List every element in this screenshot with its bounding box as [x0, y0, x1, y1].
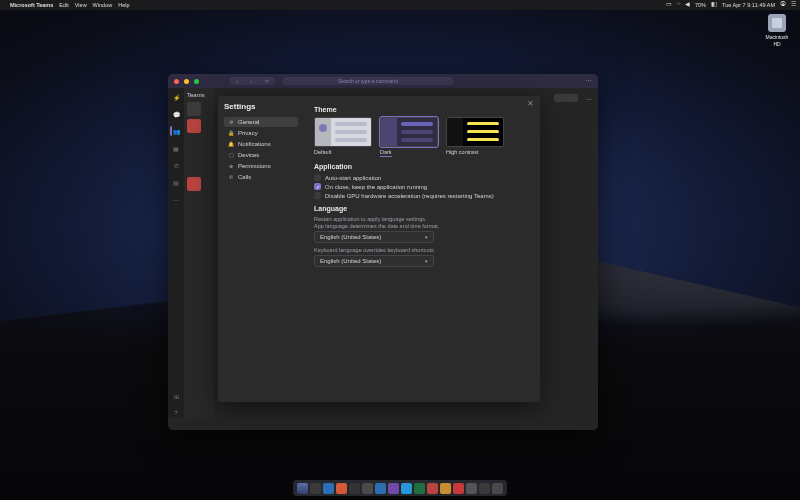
rail-apps[interactable]: ⊞ [171, 391, 181, 401]
volume-icon[interactable]: ◀︎ [685, 2, 690, 8]
spotlight-icon[interactable]: ⦿ [780, 2, 786, 8]
rail-activity[interactable]: ⚡ [171, 92, 181, 102]
menubar-item-edit[interactable]: Edit [59, 2, 68, 8]
dock-app[interactable] [479, 483, 490, 494]
checkbox-disable-gpu[interactable]: Disable GPU hardware acceleration (requi… [314, 192, 530, 199]
keyboard-language-select[interactable]: English (United States) ▾ [314, 255, 434, 267]
dock-app-finder[interactable] [297, 483, 308, 494]
settings-nav-devices[interactable]: ▢Devices [224, 150, 298, 160]
teams-panel: Teams [184, 88, 214, 418]
theme-option-high-contrast[interactable]: High contrast [446, 117, 504, 157]
battery-percent: 70% [695, 2, 706, 8]
dock-app[interactable] [427, 483, 438, 494]
airplay-icon[interactable]: ▭ [666, 2, 672, 8]
phone-icon: ✆ [228, 174, 234, 180]
team-tile[interactable] [187, 102, 201, 116]
checkbox-icon: ✓ [314, 183, 321, 190]
dock-app[interactable] [466, 483, 477, 494]
settings-modal: ✕ Settings ⚙General 🔒Privacy 🔔Notificati… [218, 96, 540, 402]
chevron-down-icon: ▾ [425, 258, 428, 264]
settings-body: Theme Default Dark High contrast Applica… [304, 96, 540, 402]
menubar-item-help[interactable]: Help [118, 2, 129, 8]
app-rail: ⚡ 💬 👥 ▦ ✆ ▤ ⋯ ⊞ ? [168, 88, 184, 418]
titlebar-menu-icon[interactable]: ⋯ [585, 77, 592, 85]
menubar-item-window[interactable]: Window [93, 2, 113, 8]
settings-nav-general[interactable]: ⚙General [224, 117, 298, 127]
rail-files[interactable]: ▤ [171, 177, 181, 187]
checkbox-icon [314, 192, 321, 199]
dock-app[interactable] [349, 483, 360, 494]
teams-window: ‹›⟳ Search or type a command ⋯ ⚡ 💬 👥 ▦ ✆… [168, 74, 598, 430]
app-language-select[interactable]: English (United States) ▾ [314, 231, 434, 243]
rail-chat[interactable]: 💬 [171, 109, 181, 119]
traffic-light-minimize[interactable] [184, 79, 189, 84]
settings-title: Settings [224, 102, 298, 111]
menubar-app-name[interactable]: Microsoft Teams [10, 2, 53, 8]
dock-app[interactable] [453, 483, 464, 494]
keyboard-language-hint: Keyboard language overrides keyboard sho… [314, 247, 530, 253]
theme-option-default[interactable]: Default [314, 117, 372, 157]
dock-app[interactable] [362, 483, 373, 494]
battery-icon[interactable]: ▮▯ [711, 2, 717, 8]
checkbox-auto-start[interactable]: Auto-start application [314, 174, 530, 181]
bell-icon: 🔔 [228, 141, 234, 147]
teams-panel-header: Teams [187, 92, 211, 98]
checkbox-icon [314, 174, 321, 181]
rail-calls[interactable]: ✆ [171, 160, 181, 170]
language-restart-hint: Restart application to apply language se… [314, 216, 530, 222]
nav-back-forward[interactable]: ‹›⟳ [230, 77, 275, 85]
traffic-light-zoom[interactable] [194, 79, 199, 84]
menubar-clock[interactable]: Tue Apr 7 9:11:49 AM [722, 2, 775, 8]
rail-help[interactable]: ? [171, 408, 181, 418]
section-theme: Theme [314, 106, 530, 113]
titlebar: ‹›⟳ Search or type a command ⋯ [168, 74, 598, 88]
command-search-input[interactable]: Search or type a command [283, 77, 453, 85]
rail-teams[interactable]: 👥 [170, 126, 180, 136]
traffic-light-close[interactable] [174, 79, 179, 84]
menubar-item-view[interactable]: View [75, 2, 87, 8]
dock-app[interactable] [401, 483, 412, 494]
key-icon: ⊕ [228, 163, 234, 169]
dock-app[interactable] [310, 483, 321, 494]
app-language-hint: App language determines the date and tim… [314, 223, 530, 229]
dock-app[interactable] [336, 483, 347, 494]
macos-dock[interactable] [293, 480, 507, 496]
wifi-icon[interactable]: ⌔ [677, 2, 680, 8]
rail-more[interactable]: ⋯ [171, 194, 181, 204]
dock-app[interactable] [414, 483, 425, 494]
hard-drive-icon [768, 14, 786, 32]
desktop-macintosh-hd[interactable]: Macintosh HD [762, 14, 792, 47]
team-tile[interactable] [187, 177, 201, 191]
lock-icon: 🔒 [228, 130, 234, 136]
checkbox-keep-running[interactable]: ✓On close, keep the application running [314, 183, 530, 190]
macos-menubar: Microsoft Teams Edit View Window Help ▭ … [0, 0, 800, 10]
modal-close-button[interactable]: ✕ [527, 99, 534, 108]
dock-app[interactable] [440, 483, 451, 494]
settings-nav-privacy[interactable]: 🔒Privacy [224, 128, 298, 138]
gear-icon: ⚙ [228, 119, 234, 125]
pane-more-icon[interactable]: ⋯ [586, 95, 592, 102]
rail-calendar[interactable]: ▦ [171, 143, 181, 153]
settings-nav-notifications[interactable]: 🔔Notifications [224, 139, 298, 149]
settings-sidebar: Settings ⚙General 🔒Privacy 🔔Notification… [218, 96, 304, 402]
dock-app[interactable] [323, 483, 334, 494]
team-tile[interactable] [187, 119, 201, 133]
dock-trash[interactable] [492, 483, 503, 494]
settings-nav-calls[interactable]: ✆Calls [224, 172, 298, 182]
menu-icon[interactable]: ☰ [791, 2, 796, 8]
settings-nav-permissions[interactable]: ⊕Permissions [224, 161, 298, 171]
device-icon: ▢ [228, 152, 234, 158]
section-language: Language [314, 205, 530, 212]
dock-app[interactable] [375, 483, 386, 494]
dock-app-teams[interactable] [388, 483, 399, 494]
new-button[interactable] [554, 94, 578, 102]
theme-option-dark[interactable]: Dark [380, 117, 438, 157]
desktop-icon-label: Macintosh HD [766, 34, 789, 47]
chevron-down-icon: ▾ [425, 234, 428, 240]
section-application: Application [314, 163, 530, 170]
